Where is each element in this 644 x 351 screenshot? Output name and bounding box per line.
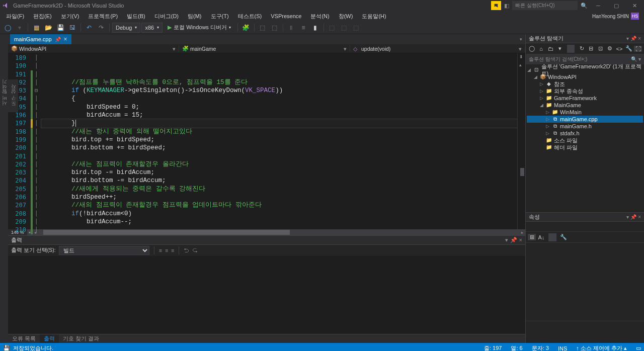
scroll-thumb[interactable] [520,168,524,176]
menu-tools[interactable]: 도구(T) [207,12,233,21]
pin-icon[interactable]: 📌 [630,214,636,220]
start-debugging-button[interactable]: ▶로컬 Windows 디버거 ▾ [164,23,235,33]
code-editor[interactable]: 1891901911921931941951961971981992002012… [8,53,525,229]
redo-button[interactable]: ↷ [96,23,107,33]
out-tb-icon-1[interactable]: ≡ [159,247,162,253]
menu-view[interactable]: 보기(V) [57,12,84,21]
sol-tb-expand-icon[interactable]: ⛶ [634,46,642,52]
split-icon[interactable]: ⬍ [519,54,523,59]
tb-icon-1[interactable]: 🧩 [240,23,252,33]
close-icon[interactable]: × [64,36,67,43]
quick-launch-input[interactable]: 빠른 실행(Ctrl+Q) [512,1,578,10]
close-icon[interactable]: × [638,36,641,41]
menu-debug[interactable]: 디버그(D) [150,12,183,21]
sol-tb-viewcode-icon[interactable]: <> [615,46,623,52]
tb-icon-5[interactable]: ≡ [298,23,309,33]
fold-column[interactable]: ││││⊟│││││││││││││││││ [33,53,39,229]
tab-find-symbol[interactable]: 기호 찾기 결과 [59,334,103,343]
menu-edit[interactable]: 편집(E) [29,12,56,21]
tree-row[interactable]: ▷📁GameFramework [527,95,643,102]
left-tool-strip[interactable]: 서버 탐색기 도구 상자 [0,79,18,112]
dropdown-icon[interactable]: ▾ [505,237,508,243]
sol-tb-chev-icon[interactable]: ▾ [556,45,564,52]
search-icon[interactable]: 🔍 [581,3,588,9]
menu-team[interactable]: 팀(M) [184,12,206,21]
status-notify-icon[interactable]: ▭ [636,345,641,351]
tab-errors[interactable]: 오류 목록 [8,334,40,343]
dropdown-icon[interactable]: ▾ [626,36,629,41]
menu-project[interactable]: 프로젝트(P) [84,12,122,21]
save-button[interactable]: 💾 [55,23,66,33]
sol-tb-props-icon[interactable]: ⚙ [606,45,614,52]
sol-tb-home-icon[interactable]: ⌂ [537,46,545,52]
new-project-button[interactable]: ▦ [31,23,42,33]
tb-icon-7[interactable]: ⬚ [327,23,338,33]
minimize-button[interactable]: ─ [591,1,606,10]
pin-icon[interactable]: 📌 [510,237,517,243]
sol-tb-collapse-icon[interactable]: ⊟ [587,45,595,52]
sol-tb-home-icon[interactable]: ◯ [528,45,536,52]
close-icon[interactable]: × [519,237,522,243]
solution-tree[interactable]: ◢⊡ 솔루션 'GameFramework2D' (1개 프로젝트) ◢📦Win… [526,64,644,153]
sol-tb-refresh-icon[interactable]: ↻ [578,45,586,52]
prop-cat-icon[interactable]: ⊞ [528,234,536,240]
user-avatar-icon[interactable]: HS [631,13,639,20]
menu-build[interactable]: 빌드(B) [123,12,149,21]
nav-scope-class[interactable]: 🧩 mainGame ▾ [179,45,350,52]
horizontal-scrollbar[interactable]: 146 % ▾ ◂ ▸ [8,229,525,235]
tree-row[interactable]: ▷📁WinMain [527,109,643,116]
pin-icon[interactable]: 📌 [55,37,61,42]
server-explorer-tab[interactable]: 서버 탐색기 [1,81,8,110]
tb-icon-9[interactable]: ⬚ [351,23,362,33]
tree-solution-root[interactable]: ◢⊡ 솔루션 'GameFramework2D' (1개 프로젝트) [527,66,643,73]
tab-dropdown-icon[interactable]: ▾ [520,37,525,42]
out-tb-icon-4[interactable]: ⮌ [184,247,189,253]
sol-tb-wrench-icon[interactable]: 🔧 [625,45,633,52]
tree-row[interactable]: 📁헤더 파일 [527,144,643,151]
user-name[interactable]: HanYeong SHIN [592,14,629,19]
properties-body[interactable] [526,243,644,321]
tree-row[interactable]: 📁소스 파일 [527,137,643,144]
sol-tb-show-icon[interactable]: ⊡ [597,45,605,52]
save-all-button[interactable]: 🖫 [67,23,78,33]
maximize-button[interactable]: ▢ [609,1,624,10]
toolbox-tab[interactable]: 도구 상자 [10,81,17,110]
out-tb-icon-5[interactable]: ⮎ [192,247,198,253]
notification-button[interactable] [491,1,501,10]
tb-icon-3[interactable]: ⬚ [269,23,280,33]
tree-row[interactable]: ▷📁외부 종속성 [527,87,643,95]
prop-wrench-icon[interactable]: 🔧 [559,234,568,240]
scroll-minimap[interactable]: ⬍ ▴ [517,53,525,229]
pin-icon[interactable]: 📌 [630,36,636,41]
nav-up-icon[interactable]: ▴ [519,62,522,67]
nav-fwd-button[interactable]: ▾ [14,23,25,33]
feedback-icon[interactable]: ◧ [504,3,509,9]
nav-back-button[interactable]: ◯ [2,23,13,33]
tb-icon-2[interactable]: ⬚ [257,23,268,33]
tb-icon-4[interactable]: ⫴ [286,23,297,33]
open-file-button[interactable]: 📂 [43,23,54,33]
menu-help[interactable]: 도움말(H) [358,12,390,21]
menu-file[interactable]: 파일(F) [2,12,28,21]
nav-scope-project[interactable]: 📦 WindowAPI ▾ [8,45,179,52]
prop-az-icon[interactable]: A↓ [537,234,545,240]
tree-row[interactable]: ◢📁MainGame [527,102,643,109]
menu-window[interactable]: 창(W) [335,12,357,21]
out-tb-icon-3[interactable]: ≡ [171,247,174,253]
menu-test[interactable]: 테스트(S) [234,12,266,21]
undo-button[interactable]: ↶ [84,23,95,33]
nav-scope-method[interactable]: ◇ update(void) ▾ [350,46,525,52]
file-tab-maingame[interactable]: mainGame.cpp 📌 × [10,34,71,44]
sol-tb-scope-icon[interactable]: 🗀 [546,46,554,52]
dropdown-icon[interactable]: ▾ [626,214,629,220]
code-content[interactable]: //점프를 누를땐 낙하속도를 0으로, 점프력을 15를 준다 if (KEY… [39,53,517,229]
config-dropdown[interactable]: Debug ▾ [112,23,140,33]
output-source-select[interactable]: 빌드 [59,246,149,255]
menu-vspresence[interactable]: VSPresence [267,12,305,20]
close-button[interactable]: ✕ [627,1,642,10]
out-tb-icon-2[interactable]: ≡ [165,247,168,253]
output-body[interactable] [8,256,525,334]
source-control-add[interactable]: ↑ 소스 제어에 추가 ▴ [576,344,627,351]
hscroll-thumb[interactable] [43,230,290,235]
tree-row[interactable]: ▷◆참조 [527,80,643,87]
